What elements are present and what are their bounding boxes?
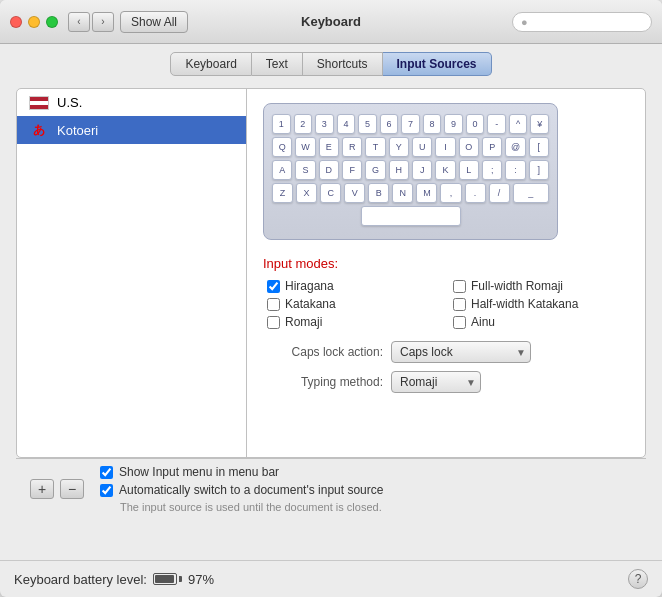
checkbox-romaji[interactable] — [267, 316, 280, 329]
checkbox-hiragana[interactable] — [267, 280, 280, 293]
input-modes-title: Input modes: — [263, 256, 629, 271]
maximize-button[interactable] — [46, 16, 58, 28]
main-right-content: 1 2 3 4 5 6 7 8 9 0 - ^ ¥ — [247, 89, 645, 457]
key-colon: : — [505, 160, 525, 180]
main-panel: U.S. あ Kotoeri 1 2 3 4 5 6 — [16, 88, 646, 458]
sidebar-item-kotoeri[interactable]: あ Kotoeri — [17, 116, 246, 144]
search-input[interactable] — [532, 15, 643, 29]
checkbox-half-width-katakana[interactable] — [453, 298, 466, 311]
caps-lock-arrow-icon: ▼ — [516, 347, 526, 358]
key-3: 3 — [315, 114, 334, 134]
key-slash: / — [489, 183, 510, 203]
battery-tip — [179, 576, 182, 582]
key-5: 5 — [358, 114, 377, 134]
mode-full-width-romaji-label: Full-width Romaji — [471, 279, 563, 293]
close-button[interactable] — [10, 16, 22, 28]
caps-lock-row: Caps lock action: Caps lock ▼ — [263, 341, 629, 363]
key-minus: - — [487, 114, 506, 134]
mode-hiragana-label: Hiragana — [285, 279, 334, 293]
typing-method-arrow-icon: ▼ — [466, 377, 476, 388]
key-k: K — [435, 160, 455, 180]
key-row-1: 1 2 3 4 5 6 7 8 9 0 - ^ ¥ — [272, 114, 549, 134]
sidebar-item-kotoeri-label: Kotoeri — [57, 123, 98, 138]
mode-ainu[interactable]: Ainu — [453, 315, 629, 329]
checkbox-ainu[interactable] — [453, 316, 466, 329]
footer: Keyboard battery level: 97% ? — [0, 560, 662, 597]
minimize-button[interactable] — [28, 16, 40, 28]
tab-shortcuts[interactable]: Shortcuts — [303, 52, 383, 76]
show-all-button[interactable]: Show All — [120, 11, 188, 33]
mode-katakana-label: Katakana — [285, 297, 336, 311]
battery-percent: 97% — [188, 572, 214, 587]
key-7: 7 — [401, 114, 420, 134]
key-row-space — [272, 206, 549, 226]
key-w: W — [295, 137, 315, 157]
sidebar-item-us[interactable]: U.S. — [17, 89, 246, 116]
typing-method-value: Romaji — [400, 375, 437, 389]
key-2: 2 — [294, 114, 313, 134]
mode-hiragana[interactable]: Hiragana — [267, 279, 443, 293]
key-comma: , — [440, 183, 461, 203]
battery-fill — [155, 575, 174, 583]
key-period: . — [465, 183, 486, 203]
tab-input-sources[interactable]: Input Sources — [383, 52, 492, 76]
key-row-4: Z X C V B N M , . / _ — [272, 183, 549, 203]
mode-romaji[interactable]: Romaji — [267, 315, 443, 329]
typing-method-dropdown[interactable]: Romaji ▼ — [391, 371, 481, 393]
mode-full-width-romaji[interactable]: Full-width Romaji — [453, 279, 629, 293]
help-button[interactable]: ? — [628, 569, 648, 589]
mode-katakana[interactable]: Katakana — [267, 297, 443, 311]
search-box[interactable]: ● — [512, 12, 652, 32]
key-o: O — [459, 137, 479, 157]
key-caret: ^ — [509, 114, 528, 134]
auto-switch-checkbox[interactable] — [100, 484, 113, 497]
key-underscore: _ — [513, 183, 549, 203]
key-q: Q — [272, 137, 292, 157]
key-0: 0 — [466, 114, 485, 134]
add-button[interactable]: + — [30, 479, 54, 499]
key-t: T — [365, 137, 385, 157]
ja-icon: あ — [29, 122, 49, 138]
back-button[interactable]: ‹ — [68, 12, 90, 32]
traffic-lights — [10, 16, 58, 28]
mode-half-width-katakana[interactable]: Half-width Katakana — [453, 297, 629, 311]
forward-button[interactable]: › — [92, 12, 114, 32]
auto-switch-label: Automatically switch to a document's inp… — [119, 483, 383, 497]
show-menu-checkbox[interactable] — [100, 466, 113, 479]
key-row-2: Q W E R T Y U I O P @ [ — [272, 137, 549, 157]
battery-icon — [153, 573, 182, 585]
key-n: N — [392, 183, 413, 203]
key-v: V — [344, 183, 365, 203]
battery-body — [153, 573, 177, 585]
sidebar: U.S. あ Kotoeri — [17, 89, 247, 457]
checkbox-full-width-romaji[interactable] — [453, 280, 466, 293]
key-bracket-close: ] — [529, 160, 549, 180]
remove-button[interactable]: − — [60, 479, 84, 499]
keyboard-window: ‹ › Show All Keyboard ● Keyboard Text Sh… — [0, 0, 662, 597]
tab-keyboard[interactable]: Keyboard — [170, 52, 251, 76]
key-c: C — [320, 183, 341, 203]
checkbox-katakana[interactable] — [267, 298, 280, 311]
key-f: F — [342, 160, 362, 180]
show-menu-item[interactable]: Show Input menu in menu bar — [100, 465, 632, 479]
key-b: B — [368, 183, 389, 203]
key-x: X — [296, 183, 317, 203]
auto-switch-item[interactable]: Automatically switch to a document's inp… — [100, 483, 632, 497]
key-semicolon: ; — [482, 160, 502, 180]
caps-lock-dropdown[interactable]: Caps lock ▼ — [391, 341, 531, 363]
key-a: A — [272, 160, 292, 180]
key-1: 1 — [272, 114, 291, 134]
battery-label: Keyboard battery level: — [14, 572, 147, 587]
key-d: D — [319, 160, 339, 180]
typing-method-label: Typing method: — [263, 375, 383, 389]
key-9: 9 — [444, 114, 463, 134]
nav-buttons: ‹ › — [68, 12, 114, 32]
mode-half-width-katakana-label: Half-width Katakana — [471, 297, 578, 311]
tab-text[interactable]: Text — [252, 52, 303, 76]
tabs-bar: Keyboard Text Shortcuts Input Sources — [0, 44, 662, 76]
mode-ainu-label: Ainu — [471, 315, 495, 329]
key-yen: ¥ — [530, 114, 549, 134]
input-modes-section: Input modes: Hiragana Full-width Romaji — [263, 256, 629, 329]
key-z: Z — [272, 183, 293, 203]
window-title: Keyboard — [301, 14, 361, 29]
